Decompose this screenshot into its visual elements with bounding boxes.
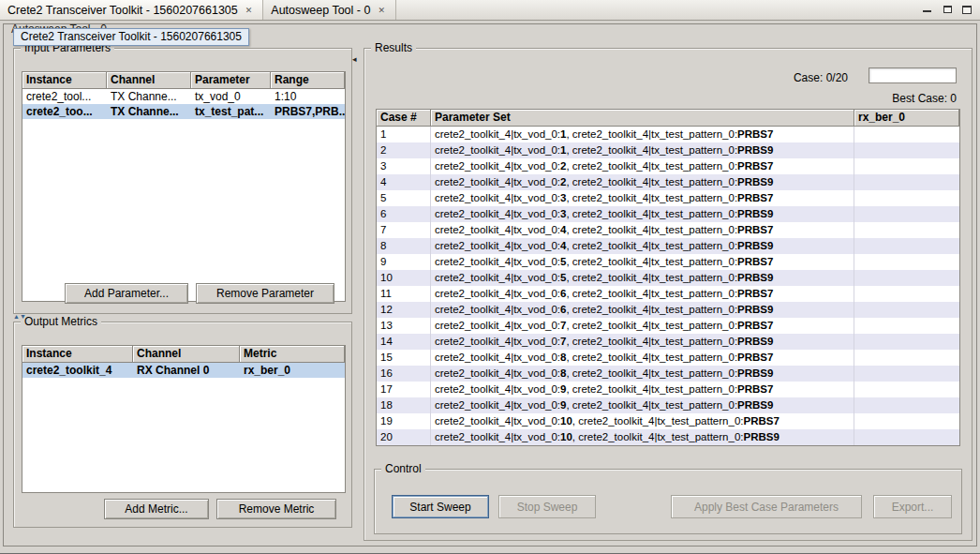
- cell-parameter-set: crete2_toolkit_4|tx_vod_0:9, crete2_tool…: [431, 382, 854, 397]
- results-row[interactable]: 13crete2_toolkit_4|tx_vod_0:7, crete2_to…: [377, 318, 959, 334]
- column-header-rx-ber[interactable]: rx_ber_0: [854, 110, 959, 127]
- cell-case-number: 12: [377, 302, 431, 318]
- results-row[interactable]: 10crete2_toolkit_4|tx_vod_0:5, crete2_to…: [377, 270, 959, 286]
- column-header-range[interactable]: Range: [271, 72, 345, 89]
- column-header-case[interactable]: Case #: [377, 110, 431, 127]
- results-row[interactable]: 4crete2_toolkit_4|tx_vod_0:2, crete2_too…: [377, 174, 959, 190]
- add-metric-button[interactable]: Add Metric...: [104, 499, 209, 519]
- cell-rx-ber: [854, 158, 959, 174]
- cell-rx-ber: [854, 142, 959, 158]
- tab-crete2-transceiver-toolkit[interactable]: Crete2 Transceiver Toolkit - 15602076613…: [0, 0, 263, 20]
- export-button[interactable]: Export...: [873, 495, 952, 518]
- results-row[interactable]: 15crete2_toolkit_4|tx_vod_0:8, crete2_to…: [377, 350, 959, 366]
- column-header-instance[interactable]: Instance: [22, 72, 107, 89]
- cell-case-number: 10: [377, 270, 431, 286]
- cell-rx-ber: [854, 174, 959, 190]
- cell-rx-ber: [854, 382, 959, 397]
- cell-rx-ber: [854, 222, 959, 238]
- window-controls: [921, 4, 973, 15]
- cell-case-number: 13: [377, 318, 431, 334]
- column-header-channel[interactable]: Channel: [107, 72, 191, 89]
- cell-parameter-set: crete2_toolkit_4|tx_vod_0:5, crete2_tool…: [431, 254, 854, 270]
- start-sweep-button[interactable]: Start Sweep: [392, 495, 489, 518]
- cell-parameter-set: crete2_toolkit_4|tx_vod_0:3, crete2_tool…: [431, 190, 854, 206]
- cell-case-number: 9: [377, 254, 431, 270]
- sash-up-icon[interactable]: ▲: [13, 313, 20, 320]
- table-row[interactable]: crete2_tool... TX Channe... tx_vod_0 1:1…: [22, 89, 345, 104]
- tab-label: Autosweep Tool - 0: [271, 4, 370, 17]
- minimize-icon[interactable]: [921, 4, 933, 15]
- results-row[interactable]: 12crete2_toolkit_4|tx_vod_0:6, crete2_to…: [377, 302, 959, 318]
- group-title: Results: [371, 41, 416, 54]
- stop-sweep-button[interactable]: Stop Sweep: [498, 495, 596, 518]
- column-header-metric[interactable]: Metric: [240, 346, 345, 363]
- results-row[interactable]: 9crete2_toolkit_4|tx_vod_0:5, crete2_too…: [377, 254, 959, 270]
- output-metrics-table: Instance Channel Metric crete2_toolkit_4…: [22, 345, 346, 493]
- column-header-channel[interactable]: Channel: [133, 346, 240, 363]
- cell-case-number: 17: [377, 382, 431, 397]
- results-row[interactable]: 20crete2_toolkit_4|tx_vod_0:10, crete2_t…: [377, 429, 959, 445]
- cell-parameter-set: crete2_toolkit_4|tx_vod_0:6, crete2_tool…: [431, 302, 854, 318]
- results-row[interactable]: 18crete2_toolkit_4|tx_vod_0:9, crete2_to…: [377, 397, 959, 413]
- results-row[interactable]: 8crete2_toolkit_4|tx_vod_0:4, crete2_too…: [377, 238, 959, 254]
- cell-parameter-set: crete2_toolkit_4|tx_vod_0:3, crete2_tool…: [431, 206, 854, 222]
- cell-instance: crete2_toolkit_4: [22, 363, 133, 378]
- cell-rx-ber: [854, 318, 959, 334]
- tab-label: Crete2 Transceiver Toolkit - 15602076613…: [7, 4, 238, 17]
- apply-best-case-parameters-button[interactable]: Apply Best Case Parameters: [671, 495, 862, 518]
- results-row[interactable]: 17crete2_toolkit_4|tx_vod_0:9, crete2_to…: [377, 382, 959, 397]
- remove-metric-button[interactable]: Remove Metric: [216, 499, 336, 519]
- cell-rx-ber: [854, 190, 959, 206]
- case-counter-label: Case: 0/20: [794, 71, 848, 84]
- cell-rx-ber: [854, 238, 959, 254]
- table-row-selected[interactable]: crete2_too... TX Channe... tx_test_pat..…: [22, 104, 345, 119]
- cell-metric: rx_ber_0: [240, 363, 345, 378]
- close-icon[interactable]: ✕: [245, 6, 254, 15]
- cell-parameter-set: crete2_toolkit_4|tx_vod_0:10, crete2_too…: [431, 429, 854, 445]
- cell-parameter-set: crete2_toolkit_4|tx_vod_0:2, crete2_tool…: [431, 158, 854, 174]
- results-row[interactable]: 14crete2_toolkit_4|tx_vod_0:7, crete2_to…: [377, 334, 959, 350]
- restore-icon[interactable]: [941, 4, 953, 15]
- cell-parameter-set: crete2_toolkit_4|tx_vod_0:4, crete2_tool…: [431, 238, 854, 254]
- cell-parameter-set: crete2_toolkit_4|tx_vod_0:8, crete2_tool…: [431, 350, 854, 366]
- results-row[interactable]: 11crete2_toolkit_4|tx_vod_0:6, crete2_to…: [377, 286, 959, 302]
- column-header-parameter-set[interactable]: Parameter Set: [431, 110, 854, 127]
- cell-channel: TX Channe...: [107, 89, 191, 104]
- column-header-instance[interactable]: Instance: [22, 346, 133, 363]
- column-header-parameter[interactable]: Parameter: [191, 72, 271, 89]
- table-header: Case # Parameter Set rx_ber_0: [377, 110, 959, 127]
- table-row-selected[interactable]: crete2_toolkit_4 RX Channel 0 rx_ber_0: [22, 363, 345, 378]
- output-metrics-group: Output Metrics Instance Channel Metric c…: [13, 322, 352, 528]
- splitter-collapse-icon[interactable]: ◂: [352, 54, 357, 64]
- cell-case-number: 6: [377, 206, 431, 222]
- results-row[interactable]: 2crete2_toolkit_4|tx_vod_0:1, crete2_too…: [377, 142, 959, 158]
- results-row[interactable]: 7crete2_toolkit_4|tx_vod_0:4, crete2_too…: [377, 222, 959, 238]
- results-row[interactable]: 3crete2_toolkit_4|tx_vod_0:2, crete2_too…: [377, 158, 959, 174]
- remove-parameter-button[interactable]: Remove Parameter: [196, 283, 334, 304]
- sash-down-icon[interactable]: ▼: [20, 313, 26, 320]
- cell-rx-ber: [854, 334, 959, 350]
- results-row[interactable]: 5crete2_toolkit_4|tx_vod_0:3, crete2_too…: [377, 190, 959, 206]
- maximize-icon[interactable]: [960, 4, 973, 15]
- results-row[interactable]: 6crete2_toolkit_4|tx_vod_0:3, crete2_too…: [377, 206, 959, 222]
- cell-case-number: 8: [377, 238, 431, 254]
- cell-rx-ber: [854, 366, 959, 382]
- bottom-edge: [0, 547, 980, 554]
- results-row[interactable]: 19crete2_toolkit_4|tx_vod_0:10, crete2_t…: [377, 413, 959, 429]
- cell-case-number: 11: [377, 286, 431, 302]
- add-parameter-button[interactable]: Add Parameter...: [65, 283, 188, 304]
- results-row[interactable]: 1crete2_toolkit_4|tx_vod_0:1, crete2_too…: [377, 127, 959, 142]
- cell-parameter-set: crete2_toolkit_4|tx_vod_0:6, crete2_tool…: [431, 286, 854, 302]
- sash-collapse-icons[interactable]: ▲▼: [13, 313, 26, 320]
- cell-rx-ber: [854, 286, 959, 302]
- table-header: Instance Channel Metric: [22, 346, 345, 363]
- cell-case-number: 2: [377, 142, 431, 158]
- cell-parameter-set: crete2_toolkit_4|tx_vod_0:7, crete2_tool…: [431, 318, 854, 334]
- cell-rx-ber: [854, 302, 959, 318]
- close-icon[interactable]: ✕: [377, 6, 386, 15]
- cell-case-number: 16: [377, 366, 431, 382]
- tab-autosweep-tool[interactable]: Autosweep Tool - 0 ✕: [263, 0, 396, 20]
- cell-case-number: 1: [377, 127, 431, 142]
- cell-case-number: 3: [377, 158, 431, 174]
- results-row[interactable]: 16crete2_toolkit_4|tx_vod_0:8, crete2_to…: [377, 366, 959, 382]
